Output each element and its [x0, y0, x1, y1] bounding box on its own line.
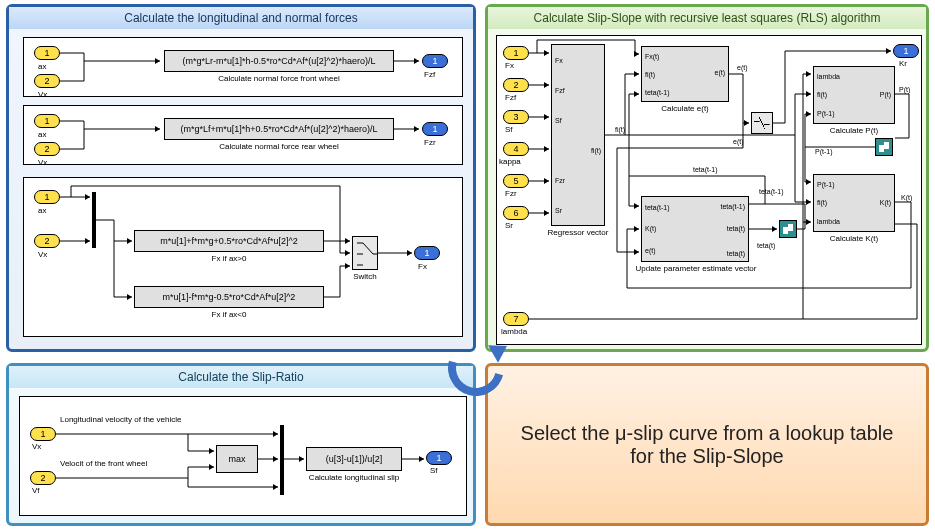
block-calc-k: P(t-1) fi(t) K(t) lambda [813, 174, 895, 232]
lbl: Longitudinal velocity of the vehicle [60, 415, 181, 424]
svg-marker-40 [886, 48, 891, 54]
outport-1: 1 [422, 54, 448, 68]
memory-block-teta [779, 220, 797, 238]
svg-marker-0 [155, 58, 160, 64]
svg-marker-36 [634, 71, 639, 77]
svg-marker-35 [634, 51, 639, 57]
svg-marker-60 [299, 456, 304, 462]
outport-1-label: Fzf [424, 70, 435, 79]
lbl: Fzr [505, 189, 517, 198]
p: Sf [555, 117, 562, 124]
inport-1-label: ax [38, 62, 46, 71]
fcn-expr: m*u[1]+f*m*g+0.5*ro*Cd*Af*u[2]^2 [160, 236, 297, 246]
svg-marker-19 [345, 250, 350, 256]
svg-marker-37 [806, 91, 811, 97]
svg-marker-47 [806, 179, 811, 185]
outport-1: 1 [422, 122, 448, 136]
caption: Calculate longitudinal slip [296, 473, 412, 482]
block-caption: Calculate K(t) [813, 234, 895, 243]
lbl: Sf [430, 466, 438, 475]
svg-marker-14 [85, 238, 90, 244]
inport-2-label: Vx [38, 158, 47, 167]
p: teta(t-1) [720, 203, 745, 210]
inport-fzf: 2 [503, 78, 529, 92]
switch-block [352, 236, 378, 270]
mux-block [280, 425, 284, 495]
inport-1: 1 [34, 46, 60, 60]
p: e(t) [715, 69, 726, 76]
inport-lambda: 7 [503, 312, 529, 326]
svg-marker-15 [127, 238, 132, 244]
inport-fzr: 5 [503, 174, 529, 188]
fcn-caption: Fx if ax>0 [134, 254, 324, 263]
svg-marker-42 [634, 91, 639, 97]
panel-mu-slip-lookup: Select the μ-slip curve from a lookup ta… [485, 363, 929, 526]
p: teta(t) [727, 225, 745, 232]
svg-marker-32 [544, 178, 549, 184]
panel-slip-ratio: Calculate the Slip-Ratio 1 Vx Longitudin… [6, 363, 476, 526]
fcn-expr: (m*g*Lr-m*u[1]*h-0.5*ro*Cd*Af*(u[2]^2)*h… [183, 56, 376, 66]
svg-marker-2 [414, 58, 419, 64]
svg-marker-39 [744, 120, 749, 126]
p: fi(t) [645, 71, 655, 78]
fcn-caption: Calculate normal force front wheel [164, 74, 394, 83]
fcn-block-slip: (u[3]-u[1])/u[2] [306, 447, 402, 471]
siglabel: teta(t) [757, 242, 775, 249]
svg-marker-45 [772, 226, 777, 232]
p: fi(t) [591, 147, 601, 154]
svg-marker-43 [634, 203, 639, 209]
outport-1-label: Fzr [424, 138, 436, 147]
lbl: Velocit of the front wheel [60, 459, 147, 468]
fcn-caption: Calculate normal force rear wheel [164, 142, 394, 151]
txt: max [228, 454, 245, 464]
subsystem-rls: 1Fx 2Fzf 3Sf 4kappa 5Fzr 6Sr 7lambda Fx … [496, 35, 922, 345]
txt: (u[3]-u[1])/u[2] [326, 454, 383, 464]
p: lambda [817, 218, 840, 225]
p: teta(t-1) [645, 204, 670, 211]
block-caption: Calculate e(t) [641, 104, 729, 113]
p: lambda [817, 73, 840, 80]
fcn-block-fx-neg: m*u[1]-f*m*g-0.5*ro*Cd*Af*u[2]^2 [134, 286, 324, 308]
fcn-expr: (m*g*Lf+m*u[1]*h+0.5*ro*Cd*Af*(u[2]^2)*h… [181, 124, 378, 134]
lbl: Sr [505, 221, 513, 230]
inport-1: 1 [34, 114, 60, 128]
block-saturation [751, 112, 773, 134]
lbl: lambda [501, 327, 527, 336]
inport-2: 2 [34, 74, 60, 88]
p: Sr [555, 207, 562, 214]
p: Fx(t) [645, 53, 659, 60]
svg-marker-48 [634, 226, 639, 232]
svg-line-9 [363, 243, 373, 254]
panel4-text: Select the μ-slip curve from a lookup ta… [488, 422, 926, 468]
inport-2-label: Vx [38, 90, 47, 99]
svg-marker-41 [634, 249, 639, 255]
subsystem-slip-ratio: 1 Vx Longitudinal velocity of the vehicl… [19, 396, 467, 516]
svg-marker-30 [544, 146, 549, 152]
block-calc-e: Fx(t) fi(t) teta(t-1) e(t) [641, 46, 729, 102]
switch-caption: Switch [346, 272, 384, 281]
p: P(t-1) [817, 181, 835, 188]
svg-marker-50 [806, 219, 811, 225]
svg-marker-52 [273, 431, 278, 437]
svg-marker-24 [544, 50, 549, 56]
p: fi(t) [817, 91, 827, 98]
fcn-block-fzr: (m*g*Lf+m*u[1]*h+0.5*ro*Cd*Af*(u[2]^2)*h… [164, 118, 394, 140]
panel1-title: Calculate the longitudinal and normal fo… [9, 7, 473, 29]
svg-marker-34 [544, 210, 549, 216]
block-caption: Update parameter estimate vector [631, 264, 761, 273]
block-update-param: teta(t-1) teta(t-1) K(t) teta(t) e(t) te… [641, 196, 749, 262]
block-max: max [216, 445, 258, 473]
p: teta(t) [727, 250, 745, 257]
outport-sf: 1 [426, 451, 452, 465]
p: P(t) [880, 91, 891, 98]
inport-2-label: Vx [38, 250, 47, 259]
block-regressor-vector: Fx Fzf Sf fi(t) Fzr Sr [551, 44, 605, 226]
siglabel: K(t) [901, 194, 912, 201]
svg-marker-12 [85, 194, 90, 200]
svg-marker-16 [127, 294, 132, 300]
siglabel: e(t) [737, 64, 748, 71]
lbl: Kr [899, 59, 907, 68]
svg-marker-54 [273, 484, 278, 490]
lbl: Vf [32, 486, 40, 495]
mux-block [92, 192, 96, 248]
